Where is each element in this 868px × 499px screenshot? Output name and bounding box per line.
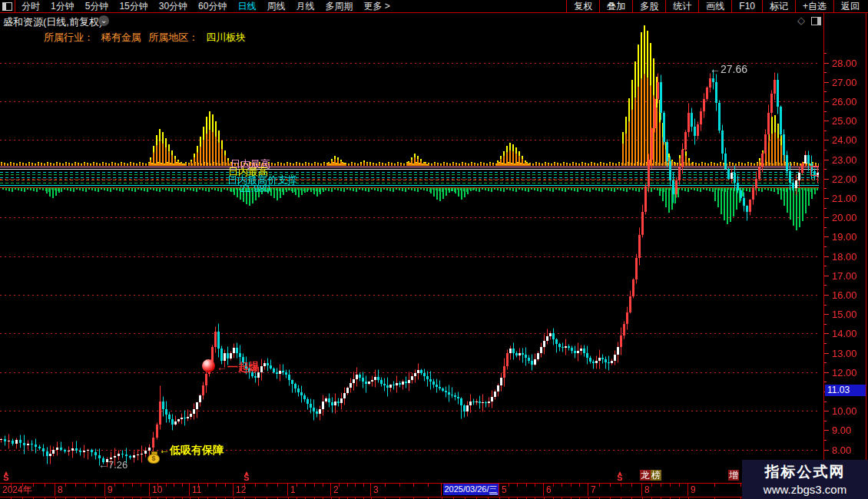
signal-s-marker[interactable]: ▲S bbox=[243, 470, 250, 481]
watermark-site-name: 指标公式网 bbox=[742, 462, 868, 482]
date-axis-cell: 3 bbox=[371, 484, 442, 496]
price-axis-label: 19.00 bbox=[832, 231, 857, 243]
stock-chart-window: 分时1分钟5分钟15分钟30分钟60分钟日线周线月线多周期更多 > 复权叠加多股… bbox=[0, 0, 868, 499]
anno-low-726: ←7.26 bbox=[98, 459, 128, 471]
watermark-site-url: www.zbgs3.com bbox=[742, 483, 868, 496]
s-marker-hat: ▲ bbox=[243, 470, 250, 475]
watermark: 指标公式网 www.zbgs3.com bbox=[742, 460, 868, 499]
date-axis-cell: 8 bbox=[55, 484, 105, 496]
price-axis-label: 15.00 bbox=[832, 309, 857, 320]
date-axis-cell: 8 bbox=[642, 484, 688, 496]
price-axis-label: 22.00 bbox=[832, 173, 857, 185]
signal-s-marker[interactable]: ▲S bbox=[616, 470, 624, 481]
price-axis-label: 12.00 bbox=[832, 367, 857, 378]
anno-high-2766: ←27.66 bbox=[710, 63, 747, 75]
date-axis-cell: 11 bbox=[190, 484, 234, 496]
price-axis-label: 26.00 bbox=[832, 96, 857, 107]
price-axis-label: 16.00 bbox=[832, 289, 857, 301]
price-axis-label: 10.00 bbox=[832, 405, 857, 417]
price-axis-label: 8.00 bbox=[832, 444, 851, 456]
balloon-marker-icon[interactable] bbox=[202, 359, 215, 372]
axis-bottom-strip bbox=[0, 496, 866, 499]
date-axis-cell: 10 bbox=[150, 484, 190, 496]
band-label-support-value: 21.980 bbox=[240, 183, 270, 194]
date-axis-cell: 12 bbox=[234, 484, 288, 496]
event-badge[interactable]: 增 bbox=[728, 470, 739, 481]
date-axis-cell: 2 bbox=[331, 484, 371, 496]
signal-s-marker[interactable]: ▲S bbox=[2, 470, 10, 481]
date-axis-cell: 9 bbox=[105, 484, 150, 496]
current-price-tag: 11.03 bbox=[825, 385, 866, 396]
price-axis-label: 17.00 bbox=[832, 270, 857, 282]
date-axis-cell: 1 bbox=[288, 484, 331, 496]
price-axis-label: 14.00 bbox=[832, 328, 857, 339]
anno-dixi: ←低吸有保障 bbox=[159, 444, 224, 458]
date-axis-cell: 6 bbox=[544, 484, 588, 496]
s-marker-hat: ▲ bbox=[616, 470, 624, 475]
date-axis-cell: 7 bbox=[588, 484, 642, 496]
date-axis-cell: 2024年 bbox=[0, 484, 55, 496]
anno-yiqibao: ←一起爆 bbox=[217, 361, 260, 375]
price-axis-label: 20.00 bbox=[832, 212, 857, 223]
price-axis-label: 9.00 bbox=[832, 425, 851, 436]
s-marker-hat: ▲ bbox=[2, 470, 10, 475]
price-axis-label: 24.00 bbox=[832, 134, 857, 146]
date-axis-cell: 5 bbox=[499, 484, 544, 496]
price-axis-label: 18.00 bbox=[832, 251, 857, 263]
price-axis: 28.0027.0026.0025.0024.0023.0022.0021.00… bbox=[823, 13, 866, 483]
price-axis-label: 27.00 bbox=[832, 77, 857, 88]
price-axis-label: 25.00 bbox=[832, 115, 857, 127]
price-axis-label: 23.00 bbox=[832, 154, 857, 166]
price-axis-label: 13.00 bbox=[832, 348, 857, 359]
price-axis-label: 28.00 bbox=[832, 58, 857, 69]
selected-date-label[interactable]: 2025/03/26/三 bbox=[443, 484, 499, 495]
selected-date-weekday: 三 bbox=[489, 484, 498, 494]
selected-date-main: 2025/03/26/ bbox=[444, 484, 489, 494]
event-badge[interactable]: 龙榜 bbox=[640, 470, 661, 481]
price-axis-label: 21.00 bbox=[832, 193, 857, 204]
